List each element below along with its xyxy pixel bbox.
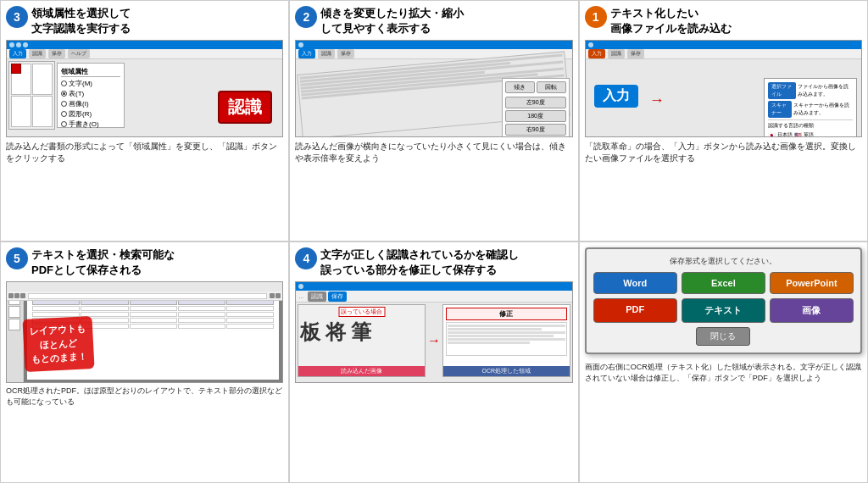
input-form: 選択ファイル ファイルから画像を読み込みます。 スキャナー スキャナーから画像を… <box>764 78 857 137</box>
step3-desc: 読み込んだ書類の形式によって「領域属性」を変更し、「認識」ボタンをクリックする <box>6 141 283 164</box>
step4-title: 文字が正しく認識されているかを確認し誤っている部分を修正して保存する <box>320 247 519 278</box>
cell-step5: 5 テキストを選択・検索可能なPDFとして保存される <box>0 242 289 483</box>
domain-panel: 領域属性 文字(M) 表(T) 画像(I) 図形(R) 手書き(O) <box>57 63 125 128</box>
save-btn-pdf[interactable]: PDF <box>593 298 677 323</box>
step5-header: 5 テキストを選択・検索可能なPDFとして保存される <box>6 247 283 278</box>
step1-desc: 「読取革命」の場合、「入力」ボタンから読み込む画像を選択。変換したい画像ファイル… <box>585 141 862 164</box>
step5-title: テキストを選択・検索可能なPDFとして保存される <box>31 247 175 278</box>
step4-header: 4 文字が正しく認識されているかを確認し誤っている部分を修正して保存する <box>295 247 572 278</box>
cell-save-dialog: 保存形式を選択してください。 Word Excel PowerPoint PDF… <box>579 242 868 483</box>
save-btns-row2: PDF テキスト 画像 <box>593 298 854 323</box>
input-arrow: → <box>649 92 665 109</box>
step4-badge: 4 <box>295 247 317 269</box>
layout-sticker: レイアウトもほとんどもとのまま！ <box>22 316 94 372</box>
input-label: 入力 <box>594 85 638 108</box>
step1-title: テキスト化したい画像ファイルを読み込む <box>610 6 732 36</box>
save-dialog: 保存形式を選択してください。 Word Excel PowerPoint PDF… <box>585 247 862 354</box>
step3-screenshot: 入力 認識 保存 ヘルプ 領域 <box>6 40 283 137</box>
step1-badge: 1 <box>585 6 607 28</box>
save-btn-excel[interactable]: Excel <box>682 272 765 294</box>
close-dialog-btn[interactable]: 閉じる <box>696 327 750 346</box>
cell-step4: 4 文字が正しく認識されているかを確認し誤っている部分を修正して保存する … 認… <box>289 242 578 483</box>
step3-badge: 3 <box>6 6 28 28</box>
kanji-overlay: 認識 <box>218 91 272 124</box>
save-action-btn[interactable]: 保存 <box>328 291 347 302</box>
domain-title: 領域属性 <box>61 67 120 77</box>
step5-desc: OCR処理されたPDF。ほぼ原型どおりのレイアウトで、テキスト部分の選択なども可… <box>6 386 283 407</box>
step2-desc: 読み込んだ画像が横向きになっていたり小さくて見にくい場合は、傾きや表示倍率を変え… <box>295 141 572 164</box>
save-btn-text[interactable]: テキスト <box>682 298 765 323</box>
step3-header: 3 領域属性を選択して文字認識を実行する <box>6 6 283 36</box>
save-dialog-title: 保存形式を選択してください。 <box>593 256 854 267</box>
cell-step2: 2 傾きを変更したり拡大・縮小して見やすく表示する 入力 認識 保存 <box>289 0 578 242</box>
save-btns-row1: Word Excel PowerPoint <box>593 272 854 294</box>
save-btn-word[interactable]: Word <box>593 272 677 294</box>
cell-step3: 3 領域属性を選択して文字認識を実行する 入力 認識 保存 ヘルプ <box>0 0 289 242</box>
save-dialog-desc: 画面の右側にOCR処理（テキスト化）した領域が表示される。文字が正しく認識されて… <box>585 362 862 383</box>
step1-screenshot: 入力 認識 保存 入力 → 選択ファイル ファイルから画像を読み込みます。 スキ… <box>585 40 862 137</box>
step2-screenshot: 入力 認識 保存 傾き 回 <box>295 40 572 137</box>
left-panel-label: 読み込んだ画像 <box>298 366 425 376</box>
step5-screenshot: レイアウトもほとんどもとのまま！ <box>6 281 283 383</box>
recognize-btn[interactable]: 認識 <box>308 291 326 302</box>
save-btn-powerpoint[interactable]: PowerPoint <box>770 272 854 294</box>
step5-badge: 5 <box>6 247 28 269</box>
close-btn-row: 閉じる <box>593 327 854 346</box>
cell-step1: 1 テキスト化したい画像ファイルを読み込む 入力 認識 保存 入力 → 選択ファ… <box>579 0 868 242</box>
step4-arrow: → <box>427 304 441 377</box>
step4-screenshot: … 認識 保存 誤っている場合 板 将 筆 読み込んだ画像 → 修 <box>295 281 572 383</box>
step2-badge: 2 <box>295 6 317 28</box>
step1-header: 1 テキスト化したい画像ファイルを読み込む <box>585 6 862 36</box>
right-panel-label: OCR処理した領域 <box>443 366 570 376</box>
wrong-indicator: 誤っている場合 <box>338 307 385 317</box>
step2-title: 傾きを変更したり拡大・縮小して見やすく表示する <box>320 6 464 36</box>
tilt-panel: 傾き 回転 左90度 180度 右90度 閉じる 拡大 縮小 <box>502 78 570 137</box>
step3-title: 領域属性を選択して文字認識を実行する <box>31 6 131 36</box>
main-grid: 3 領域属性を選択して文字認識を実行する 入力 認識 保存 ヘルプ <box>0 0 868 483</box>
step2-header: 2 傾きを変更したり拡大・縮小して見やすく表示する <box>295 6 572 36</box>
save-btn-image[interactable]: 画像 <box>770 298 854 323</box>
